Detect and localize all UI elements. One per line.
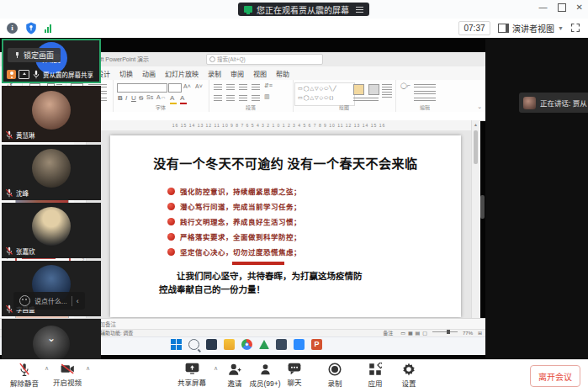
line-spacing-icon[interactable]: ⇵≡ [264, 82, 273, 89]
taskbar-search-icon[interactable] [188, 339, 199, 350]
share-screen-button[interactable]: 共享屏幕 [172, 363, 212, 387]
mic-off-icon [18, 363, 31, 376]
italic-icon[interactable]: I [125, 94, 127, 102]
meeting-app-icon[interactable] [294, 339, 305, 350]
drive-app-icon[interactable] [259, 340, 269, 349]
lock-screen-button[interactable]: 锁定画面 [8, 48, 61, 62]
font-color-icon[interactable]: A [180, 94, 184, 102]
ppt-search-box[interactable]: 搜索(Alt+Q) [206, 54, 323, 65]
close-button[interactable]: ✕ [576, 3, 583, 12]
ppt-tab-review[interactable]: 审阅 [230, 69, 244, 78]
task-view-icon[interactable] [206, 339, 217, 350]
replace-icon[interactable] [414, 84, 436, 88]
red-sphere-bullet-icon [167, 203, 175, 210]
ppt-tab-slideshow[interactable]: 幻灯片放映 [165, 69, 199, 78]
ppt-tab-view[interactable]: 视图 [253, 69, 267, 78]
chat-quick-input[interactable]: 说点什么... ‹ [13, 292, 85, 310]
ribbon-group-label: 绘图 [293, 103, 395, 111]
windows-start-icon[interactable] [171, 339, 182, 350]
justify-icon[interactable] [252, 95, 260, 101]
network-signal-icon [45, 24, 51, 33]
highlight-color-icon[interactable]: A [170, 94, 174, 102]
current-slide[interactable]: 没有一个冬天不可逾约 没有一个春天不会来临 强化防控意识，持续绷紧思想之弦； 潜… [110, 135, 461, 317]
window-controls: — ✕ [539, 3, 583, 12]
select-icon[interactable] [414, 91, 436, 95]
participant-tile[interactable]: 黄慧琳 [2, 86, 101, 142]
ppt-tab-help[interactable]: 帮助 [276, 69, 289, 78]
zoom-slider[interactable] [432, 331, 458, 332]
slideshow-icon: ▢ [422, 331, 427, 336]
numbering-icon[interactable] [226, 84, 235, 90]
participant-name: 沈峰 [16, 188, 29, 198]
find-icon[interactable]: ◯⌐ [400, 82, 411, 89]
ppt-tab-animations[interactable]: 动画 [142, 69, 156, 78]
slide-scrollbar[interactable]: ▲ [471, 120, 480, 318]
ribbon-group-label: 编辑 [395, 103, 454, 111]
font-size-box[interactable] [168, 83, 182, 93]
shapes-gallery[interactable]: ▭◯△▽◇⬭╲╱▭◯△▽◇⬭{} [294, 82, 355, 106]
watching-banner: 您正在观看贾从震的屏幕 [238, 3, 369, 16]
font-name-box[interactable] [117, 83, 167, 93]
ribbon-collapse-icon[interactable]: ⌄ [477, 103, 482, 110]
security-shield-icon[interactable] [25, 22, 37, 34]
participant-tile[interactable]: 张嘉欣 [2, 203, 101, 258]
quick-styles-icon[interactable] [368, 84, 379, 95]
slide-title: 没有一个冬天不可逾约 没有一个春天不会来临 [110, 154, 461, 172]
file-explorer-icon[interactable] [224, 339, 235, 350]
sidebar-collapse-handle[interactable] [480, 195, 485, 219]
text-shadow-icon[interactable]: Ss [146, 94, 153, 100]
chat-collapse-icon[interactable]: ‹ [77, 297, 79, 305]
banner-menu-icon[interactable] [356, 7, 363, 13]
shape-effects-icon[interactable] [382, 84, 392, 98]
ppt-tab-record[interactable]: 录制 [208, 69, 221, 78]
share-options-chevron[interactable]: ∧ [214, 365, 218, 372]
maximize-button[interactable] [558, 3, 566, 12]
participant-tile-partial[interactable]: ⌄ [2, 319, 101, 359]
align-left-icon[interactable] [214, 95, 222, 101]
fullscreen-icon[interactable] [570, 23, 580, 33]
minimize-button[interactable]: — [539, 3, 548, 12]
chat-placeholder[interactable]: 说点什么... [34, 296, 67, 305]
arrange-icon[interactable] [353, 84, 364, 95]
shape-fill-icon[interactable] [353, 98, 379, 102]
video-options-chevron[interactable]: ∧ [86, 365, 90, 372]
ribbon-group-label: 段落 [209, 103, 293, 111]
red-sphere-bullet-icon [167, 188, 175, 195]
view-mode-selector[interactable]: 演讲者视图 ▼ [498, 21, 564, 35]
character-spacing-icon[interactable]: A⇔ [156, 94, 167, 100]
settings-gear-icon [402, 363, 416, 376]
decrease-indent-icon[interactable] [239, 84, 247, 90]
apps-button[interactable]: 应用 [361, 363, 389, 388]
scroll-more-chevron-icon[interactable]: ⌄ [47, 332, 56, 344]
underline-icon[interactable]: U [131, 94, 136, 102]
settings-button[interactable]: 设置 [395, 363, 423, 388]
align-center-icon[interactable] [226, 95, 235, 101]
chat-button[interactable]: 聊天 [280, 363, 309, 387]
participant-tile[interactable]: 沈峰 [2, 145, 101, 200]
leave-meeting-button[interactable]: 离开会议 [530, 365, 580, 387]
columns-icon[interactable]: ▥ [264, 93, 270, 100]
mic-muted-icon [5, 305, 13, 314]
align-right-icon[interactable] [239, 95, 247, 101]
increase-indent-icon[interactable] [252, 84, 260, 90]
taskbar-app-icon[interactable] [276, 339, 287, 350]
emoji-icon[interactable] [19, 295, 30, 306]
shrink-font-icon[interactable]: A˅ [195, 83, 203, 89]
editing-extra-icon[interactable] [414, 98, 436, 102]
red-sphere-bullet-icon [167, 233, 175, 241]
bold-icon[interactable]: B [118, 94, 123, 102]
grow-font-icon[interactable]: A˄ [183, 83, 191, 89]
record-button[interactable]: 录制 [320, 363, 349, 388]
bullets-icon[interactable] [214, 84, 222, 90]
unmute-button[interactable]: 解除静音 [5, 363, 44, 388]
participant-name: 贾从震的屏幕共享 [43, 70, 93, 79]
chrome-icon[interactable] [241, 339, 252, 350]
meeting-info-icon[interactable]: i [7, 23, 18, 34]
strikethrough-icon[interactable]: S [139, 94, 143, 102]
screen-share-status-icon [244, 6, 252, 13]
record-icon [328, 363, 342, 376]
chevron-down-icon: ▼ [558, 25, 564, 31]
powerpoint-taskbar-icon[interactable]: P [311, 339, 322, 350]
start-video-button[interactable]: 开启视频 [49, 363, 86, 387]
ppt-tab-transitions[interactable]: 切换 [119, 69, 133, 78]
